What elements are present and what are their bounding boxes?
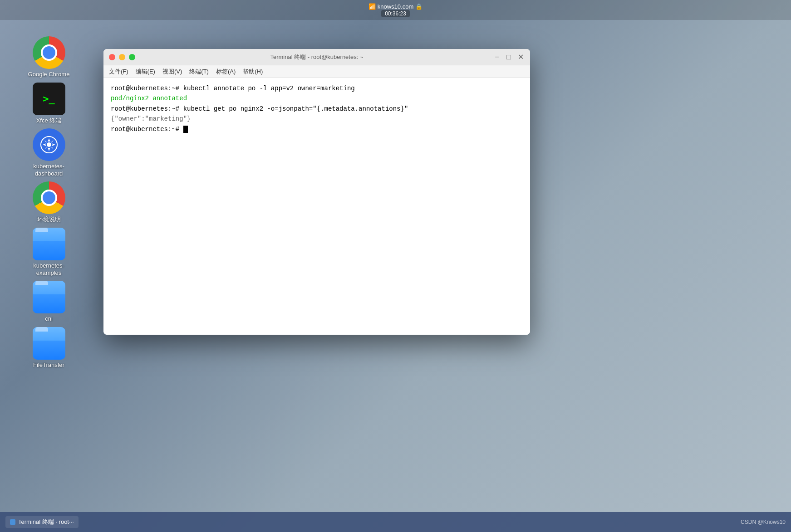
sidebar-item-label: cni — [45, 315, 53, 322]
svg-marker-1 — [48, 138, 50, 142]
menu-item-tabs[interactable]: 标签(A) — [216, 68, 236, 76]
taskbar: Terminal 终端 · root··· CSDN @Knows10 — [0, 512, 791, 532]
sidebar-item-label: Xfce 终端 — [36, 117, 62, 124]
svg-marker-8 — [44, 146, 48, 149]
terminal-titlebar: Terminal 终端 - root@kubernetes: ~ − □ ✕ — [103, 49, 530, 65]
sidebar-item-env-doc[interactable]: 环境说明 — [17, 181, 81, 223]
menubar-center: 📶 knows10.com 🔒 00:36:23 — [368, 3, 423, 17]
taskbar-terminal-item[interactable]: Terminal 终端 · root··· — [5, 516, 79, 528]
terminal-window: Terminal 终端 - root@kubernetes: ~ − □ ✕ 文… — [103, 49, 530, 335]
sidebar-item-cni[interactable]: cni — [17, 281, 81, 322]
sidebar: Google Chrome >_ Xfce 终端 — [0, 27, 98, 368]
terminal-app-icon: >_ — [33, 83, 65, 115]
svg-point-9 — [47, 142, 51, 147]
terminal-line-4: {"owner":"marketing"} — [111, 114, 523, 124]
menu-item-help[interactable]: 帮助(H) — [243, 68, 263, 76]
svg-marker-5 — [44, 140, 47, 143]
chrome-icon-2 — [33, 181, 65, 214]
k8s-icon — [33, 128, 65, 161]
window-minimize-button[interactable] — [119, 54, 125, 60]
taskbar-item-label: Terminal 终端 · root··· — [18, 518, 74, 526]
svg-marker-2 — [48, 147, 50, 151]
folder-icon-k8s — [33, 228, 65, 260]
window-close-button[interactable] — [109, 54, 115, 60]
terminal-line-1: root@kubernetes:~# kubectl annotate po -… — [111, 83, 523, 93]
window-restore-icon[interactable]: □ — [505, 53, 513, 61]
sidebar-item-label: Google Chrome — [28, 71, 70, 78]
menu-item-edit[interactable]: 编辑(E) — [136, 68, 155, 76]
menu-item-file[interactable]: 文件(F) — [109, 68, 128, 76]
svg-marker-3 — [43, 143, 46, 146]
terminal-content[interactable]: root@kubernetes:~# kubectl annotate po -… — [103, 78, 530, 335]
menubar-domain: 📶 knows10.com 🔒 — [368, 3, 423, 10]
sidebar-item-filetransfer[interactable]: FileTransfer — [17, 327, 81, 369]
signal-icon: 📶 — [368, 3, 376, 10]
window-buttons — [109, 54, 135, 60]
terminal-line-2: pod/nginx2 annotated — [111, 93, 523, 103]
sidebar-item-kubernetes-examples[interactable]: kubernetes-examples — [17, 228, 81, 276]
svg-marker-6 — [51, 146, 54, 149]
svg-marker-7 — [50, 140, 54, 143]
window-close-icon[interactable]: ✕ — [516, 53, 525, 61]
menu-item-terminal[interactable]: 终端(T) — [189, 68, 209, 76]
taskbar-right-text: CSDN @Knows10 — [741, 519, 786, 525]
terminal-cursor — [183, 126, 188, 133]
sidebar-item-kubernetes-dashboard[interactable]: kubernetes-dashboard — [17, 128, 81, 177]
menubar-time: 00:36:23 — [381, 10, 410, 17]
taskbar-dot — [10, 519, 15, 525]
sidebar-item-label: kubernetes-examples — [33, 262, 64, 276]
sidebar-item-label: 环境说明 — [37, 216, 61, 223]
sidebar-item-google-chrome[interactable]: Google Chrome — [17, 36, 81, 78]
window-controls-right: − □ ✕ — [493, 53, 525, 61]
folder-icon-cni — [33, 281, 65, 313]
window-minimize-icon[interactable]: − — [493, 53, 501, 61]
sidebar-item-label: FileTransfer — [33, 361, 64, 369]
terminal-menubar: 文件(F) 编辑(E) 视图(V) 终端(T) 标签(A) 帮助(H) — [103, 65, 530, 78]
menu-item-view[interactable]: 视图(V) — [162, 68, 182, 76]
sidebar-item-label: kubernetes-dashboard — [33, 163, 64, 177]
terminal-title: Terminal 终端 - root@kubernetes: ~ — [270, 53, 363, 61]
window-maximize-button[interactable] — [129, 54, 135, 60]
menubar: 📶 knows10.com 🔒 00:36:23 — [0, 0, 791, 20]
terminal-line-3: root@kubernetes:~# kubectl get po nginx2… — [111, 104, 523, 114]
sidebar-item-xfce-terminal[interactable]: >_ Xfce 终端 — [17, 83, 81, 124]
desktop: 📶 knows10.com 🔒 00:36:23 Google Chrome >… — [0, 0, 791, 532]
folder-icon-filetransfer — [33, 327, 65, 360]
chrome-icon — [33, 36, 65, 69]
svg-marker-4 — [52, 143, 55, 146]
terminal-line-5: root@kubernetes:~# — [111, 124, 523, 134]
lock-icon: 🔒 — [415, 3, 423, 10]
